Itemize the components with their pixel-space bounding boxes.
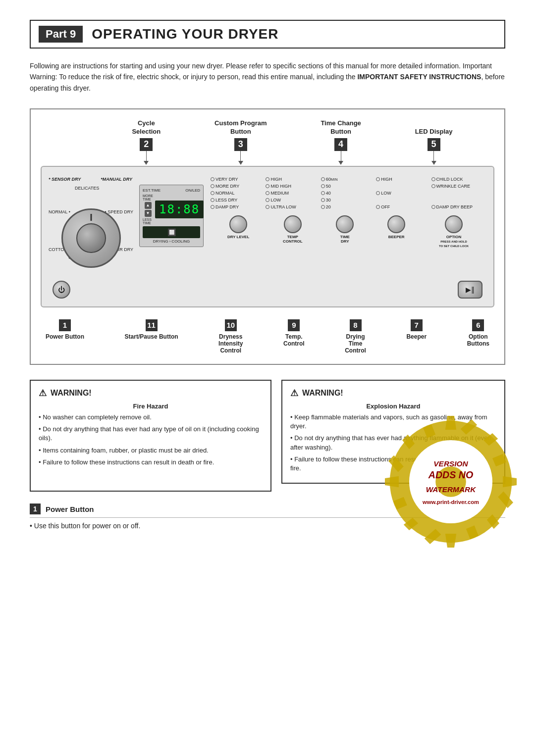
warning-triangle-icon: ⚠ [39,388,47,399]
page-title: OPERATING YOUR DRYER [92,26,278,42]
opt-mid-high: MID HIGH [266,184,320,189]
opt-20: 20 [321,204,375,209]
explosion-warning-item-2: Do not dry anything that has ever had an… [290,434,496,452]
cycle-knob[interactable] [61,208,121,268]
label-dryness: 10 DrynessIntensityControl [218,319,243,354]
opt-normal: NORMAL [211,191,265,196]
drying-label: DRYING [153,239,168,244]
temp-control-btn-wrap: TEMPCONTROL [283,215,303,248]
control-panel: * SENSOR DRY *MANUAL DRY DELICATES NORMA… [41,166,494,307]
less-time-label: LESS TIME [143,218,153,225]
temp-control-btn[interactable] [284,215,302,233]
opt-40: 40 [321,191,375,196]
num-badge-6: 6 [472,319,484,331]
opt-60min: 60MIN [321,177,375,182]
num-badge-1: 1 [59,319,71,331]
callout-num-2: 2 [140,138,153,151]
power-section-title: Power Button [46,505,94,513]
opt-50: 50 [321,184,375,189]
fire-hazard-label: Fire Hazard [39,403,263,410]
opt-medium: MEDIUM [266,191,320,196]
callout-num-5: 5 [428,138,440,151]
fire-warning-box: ⚠ WARNING! Fire Hazard No washer can com… [30,380,271,492]
start-pause-button[interactable]: ▶‖ [458,281,482,299]
opt-ultra-low: ULTRA LOW [266,204,320,209]
opt-damp-dry-beep: DAMP DRY BEEP [431,204,485,209]
fire-warning-item-1: No washer can completely remove oil. [39,413,263,422]
explosion-warning-list: Keep flammable materials and vapors, suc… [290,413,496,473]
diagram-section: Cycle Selection 2 Custom Program Button … [30,108,505,365]
time-onled-label: ON/LED [185,188,200,193]
fire-warning-item-4: Failure to follow these instructions can… [39,458,263,467]
more-time-label: MORE TIME [143,194,153,201]
explosion-warning-title: ⚠ WARNING! [290,388,496,399]
opt-low-1: LOW [376,191,430,196]
more-time-btn[interactable]: ▲ [145,202,152,209]
start-pause-label: Start/Pause Button [125,333,178,340]
time-dry-btn-wrap: TIMEDRY [336,215,354,248]
fire-warning-list: No washer can completely remove oil. Do … [39,413,263,467]
dryer-icon: 🔲 [167,228,176,236]
label-start: 11 Start/Pause Button [125,319,178,340]
label-beeper: 7 Beeper [406,319,427,340]
time-est-label: EST.TIME [143,188,160,193]
knob-label-manual: *MANUAL DRY [101,177,132,182]
explosion-hazard-label: Explosion Hazard [290,403,496,410]
opt-low-2: LOW [266,198,320,202]
option-label: OPTIONPRESS AND HOLDTO SET CHILD LOCK [439,235,469,248]
opt-child-lock: CHILD LOCK [431,177,485,182]
callout-num-3: 3 [234,138,247,151]
opt-more-dry: MORE DRY [211,184,265,189]
svg-text:WATERMARK: WATERMARK [426,485,477,494]
cooling-label: COOLING [171,239,190,244]
opt-damp-dry: DAMP DRY [211,204,265,209]
opt-very-dry: VERY DRY [211,177,265,182]
num-badge-7: 7 [411,319,423,331]
intro-text: Following are instructions for starting … [30,60,505,94]
opt-high-2: HIGH [376,177,430,182]
warnings-row: ⚠ WARNING! Fire Hazard No washer can com… [30,380,505,492]
fire-warning-item-3: Items containing foam, rubber, or plasti… [39,446,263,455]
callout-cycle: Cycle Selection 2 [132,119,160,165]
knob-inner [76,223,106,253]
callout-custom: Custom Program Button 3 [214,119,267,165]
knob-pointer [90,214,92,221]
option-btn-wrap: OPTIONPRESS AND HOLDTO SET CHILD LOCK [439,215,469,248]
drying-time-label: DryingTimeControl [345,333,366,354]
knob-label-sensor: * SENSOR DRY [49,177,81,182]
opt-less-dry: LESS DRY [211,198,265,202]
dry-level-btn[interactable] [229,215,247,233]
power-btn-label: Power Button [46,333,84,340]
dry-level-label: DRY LEVEL [227,235,249,239]
power-button[interactable]: ⏻ [53,281,70,299]
less-time-btn[interactable]: ▼ [145,210,152,217]
opt-off: OFF [376,204,430,209]
beeper-btn-wrap: BEEPER [387,215,405,248]
part-badge: Part 9 [39,26,83,43]
led-time-display: 18:88 [155,201,204,218]
fire-warning-item-2: Do not dry anything that has ever had an… [39,425,263,443]
opt-high-1: HIGH [266,177,320,182]
explosion-warning-box: ⚠ WARNING! Explosion Hazard Keep flammab… [281,380,505,484]
num-badge-8: 8 [350,319,362,331]
section-heading-power: 1 Power Button [30,504,505,518]
num-badge-10: 10 [225,319,237,331]
dry-level-btn-wrap: DRY LEVEL [227,215,249,248]
label-option: 6 OptionButtons [467,319,489,347]
section-badge-1: 1 [30,504,41,514]
temp-control-label-bottom: Temp.Control [283,333,305,347]
page-header: Part 9 OPERATING YOUR DRYER [30,20,505,49]
explosion-warning-item-3: Failure to follow these instructions can… [290,455,496,473]
label-drying-time: 8 DryingTimeControl [345,319,366,354]
num-badge-9: 9 [288,319,300,331]
time-dry-label: TIMEDRY [340,235,350,244]
option-btn[interactable] [445,215,463,233]
power-button-section: 1 Power Button • Use this button for pow… [30,504,505,530]
time-dry-btn[interactable] [336,215,354,233]
beeper-label: BEEPER [388,235,405,239]
label-power: 1 Power Button [46,319,84,340]
option-btn-label: OptionButtons [467,333,489,347]
beeper-btn[interactable] [387,215,405,233]
fire-warning-title: ⚠ WARNING! [39,388,263,399]
dryness-label: DrynessIntensityControl [218,333,243,354]
